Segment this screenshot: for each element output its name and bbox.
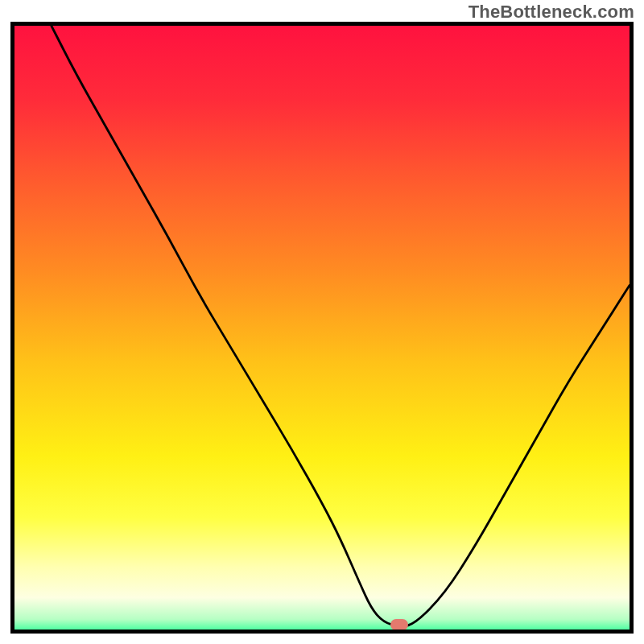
curve-layer bbox=[14, 26, 630, 630]
plot-area bbox=[14, 26, 630, 630]
chart-container: TheBottleneck.com bbox=[0, 0, 644, 644]
plot-frame bbox=[10, 22, 634, 634]
watermark-text: TheBottleneck.com bbox=[469, 2, 634, 23]
optimal-point-marker bbox=[390, 619, 408, 630]
bottleneck-curve bbox=[52, 26, 630, 625]
